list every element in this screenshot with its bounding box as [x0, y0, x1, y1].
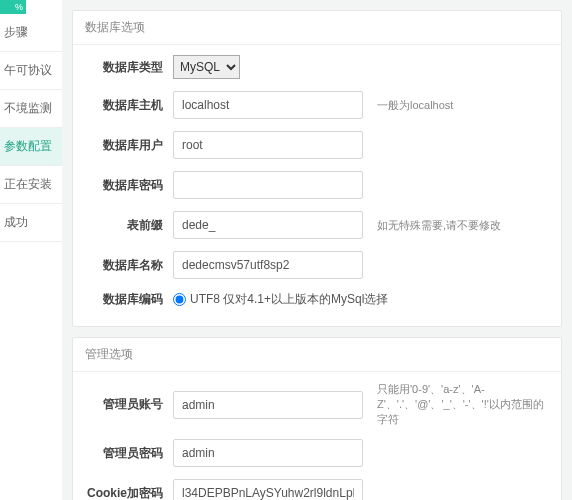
label-db-name: 数据库名称 — [87, 257, 173, 274]
panel-admin: 管理选项 管理员账号 只能用'0-9'、'a-z'、'A-Z'、'.'、'@'、… — [72, 337, 562, 500]
row-db-user: 数据库用户 — [87, 131, 547, 159]
sidebar-item-env[interactable]: 不境监测 — [0, 90, 62, 128]
label-db-user: 数据库用户 — [87, 137, 173, 154]
label-db-host: 数据库主机 — [87, 97, 173, 114]
row-cookie: Cookie加密码 — [87, 479, 547, 500]
panel-database: 数据库选项 数据库类型 MySQL 数据库主机 一般为localhost 数据库… — [72, 10, 562, 327]
input-admin-user[interactable] — [173, 391, 363, 419]
row-db-host: 数据库主机 一般为localhost — [87, 91, 547, 119]
label-db-type: 数据库类型 — [87, 59, 173, 76]
panel-body: 管理员账号 只能用'0-9'、'a-z'、'A-Z'、'.'、'@'、'_'、'… — [73, 372, 561, 500]
sidebar-item-label: 正在安装 — [4, 177, 52, 191]
row-admin-user: 管理员账号 只能用'0-9'、'a-z'、'A-Z'、'.'、'@'、'_'、'… — [87, 382, 547, 427]
label-admin-pwd: 管理员密码 — [87, 445, 173, 462]
sidebar-item-label: 成功 — [4, 215, 28, 229]
sidebar: % 步骤 午可协议 不境监测 参数配置 正在安装 成功 — [0, 0, 62, 500]
sidebar-item-config[interactable]: 参数配置 — [0, 128, 62, 166]
input-db-name[interactable] — [173, 251, 363, 279]
input-db-user[interactable] — [173, 131, 363, 159]
radio-wrap-enc: UTF8 仅对4.1+以上版本的MySql选择 — [173, 291, 388, 308]
sidebar-item-license[interactable]: 午可协议 — [0, 52, 62, 90]
sidebar-item-label: 参数配置 — [4, 139, 52, 153]
label-admin-user: 管理员账号 — [87, 396, 173, 413]
progress-bar: % — [0, 0, 26, 14]
sidebar-item-success[interactable]: 成功 — [0, 204, 62, 242]
row-admin-pwd: 管理员密码 — [87, 439, 547, 467]
sidebar-item-installing[interactable]: 正在安装 — [0, 166, 62, 204]
input-db-prefix[interactable] — [173, 211, 363, 239]
radio-utf8[interactable] — [173, 293, 186, 306]
hint-admin-user: 只能用'0-9'、'a-z'、'A-Z'、'.'、'@'、'_'、'-'、'!'… — [377, 382, 547, 427]
label-db-enc: 数据库编码 — [87, 291, 173, 308]
radio-label-utf8: UTF8 仅对4.1+以上版本的MySql选择 — [190, 291, 388, 308]
row-db-pwd: 数据库密码 — [87, 171, 547, 199]
row-db-type: 数据库类型 MySQL — [87, 55, 547, 79]
hint-db-host: 一般为localhost — [377, 98, 547, 113]
input-cookie[interactable] — [173, 479, 363, 500]
input-db-pwd[interactable] — [173, 171, 363, 199]
sidebar-item-label: 步骤 — [4, 25, 28, 39]
select-db-type[interactable]: MySQL — [173, 55, 240, 79]
label-cookie: Cookie加密码 — [87, 485, 173, 501]
main-content: 数据库选项 数据库类型 MySQL 数据库主机 一般为localhost 数据库… — [62, 0, 572, 500]
label-db-prefix: 表前缀 — [87, 217, 173, 234]
input-db-host[interactable] — [173, 91, 363, 119]
panel-title: 管理选项 — [73, 338, 561, 372]
hint-db-prefix: 如无特殊需要,请不要修改 — [377, 218, 547, 233]
row-db-prefix: 表前缀 如无特殊需要,请不要修改 — [87, 211, 547, 239]
sidebar-item-steps[interactable]: 步骤 — [0, 14, 62, 52]
panel-title: 数据库选项 — [73, 11, 561, 45]
sidebar-item-label: 午可协议 — [4, 63, 52, 77]
row-db-enc: 数据库编码 UTF8 仅对4.1+以上版本的MySql选择 — [87, 291, 547, 308]
sidebar-item-label: 不境监测 — [4, 101, 52, 115]
label-db-pwd: 数据库密码 — [87, 177, 173, 194]
panel-body: 数据库类型 MySQL 数据库主机 一般为localhost 数据库用户 数据库… — [73, 45, 561, 326]
input-admin-pwd[interactable] — [173, 439, 363, 467]
row-db-name: 数据库名称 — [87, 251, 547, 279]
